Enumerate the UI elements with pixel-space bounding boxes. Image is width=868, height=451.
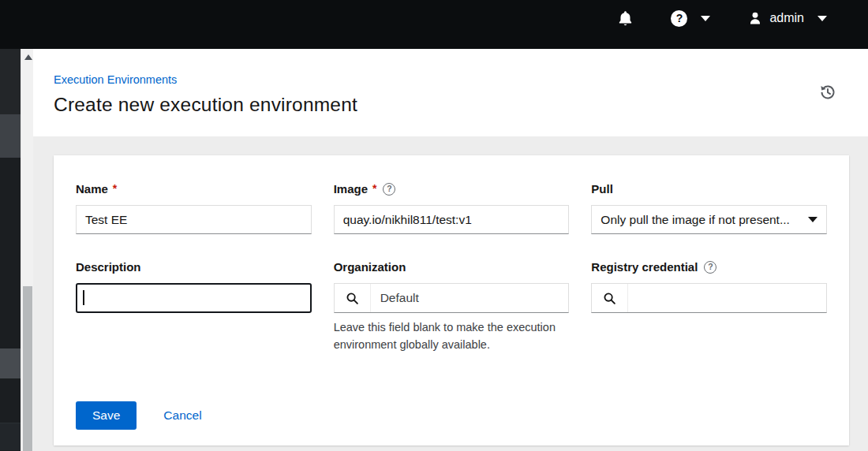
page-title: Create new execution environment (54, 94, 836, 116)
description-input[interactable] (76, 283, 312, 313)
pull-selected-value: Only pull the image if not present... (600, 213, 790, 227)
registry-credential-help-icon[interactable]: ? (704, 261, 716, 274)
field-image: Image * ? (334, 182, 570, 234)
sidebar-segment[interactable] (0, 49, 21, 114)
history-button[interactable] (819, 84, 836, 101)
user-menu-button[interactable]: admin (748, 11, 804, 25)
field-registry-credential: Registry credential ? (591, 260, 827, 354)
chevron-down-icon[interactable] (817, 16, 827, 21)
collapsed-sidebar[interactable] (0, 49, 21, 451)
history-icon (819, 84, 836, 101)
cancel-button[interactable]: Cancel (163, 408, 201, 423)
description-label: Description (76, 260, 141, 274)
save-button[interactable]: Save (76, 401, 137, 430)
text-cursor (76, 283, 312, 313)
vertical-scrollbar[interactable] (21, 49, 33, 451)
registry-credential-label: Registry credential (591, 260, 698, 274)
organization-lookup (334, 283, 570, 313)
select-caret-icon (808, 217, 817, 222)
scroll-up-arrow-icon[interactable] (24, 54, 32, 60)
chevron-down-icon[interactable] (701, 16, 710, 21)
search-icon (603, 292, 616, 305)
organization-input[interactable] (371, 284, 569, 312)
username-label: admin (769, 11, 804, 25)
form-card: Name * Image * ? Pull On (54, 155, 849, 445)
main-content: Execution Environments Create new execut… (33, 49, 868, 451)
field-pull: Pull Only pull the image if not present.… (591, 182, 827, 234)
execution-environment-form: Name * Image * ? Pull On (76, 182, 827, 354)
sidebar-segment-highlighted[interactable] (0, 348, 21, 378)
page-header: Execution Environments Create new execut… (33, 49, 868, 136)
field-organization: Organization Leave this field blank to m… (334, 260, 570, 354)
image-help-icon[interactable]: ? (383, 183, 395, 196)
search-icon (346, 292, 359, 305)
masthead-tools: ? admin (618, 10, 827, 27)
field-description: Description (76, 260, 312, 354)
required-asterisk: * (372, 182, 376, 195)
bell-icon (618, 10, 633, 27)
user-menu: admin (748, 11, 827, 25)
question-circle-icon: ? (671, 10, 687, 27)
organization-label: Organization (334, 260, 406, 274)
scrollbar-thumb[interactable] (23, 286, 32, 451)
field-name: Name * (76, 182, 312, 234)
name-label: Name (76, 182, 108, 196)
help-menu: ? (671, 10, 710, 27)
registry-credential-search-button[interactable] (592, 284, 628, 312)
sidebar-segment[interactable] (0, 423, 21, 450)
image-input[interactable] (334, 205, 570, 234)
image-label: Image (334, 182, 368, 196)
breadcrumb-execution-environments[interactable]: Execution Environments (54, 73, 177, 86)
organization-search-button[interactable] (335, 284, 371, 312)
masthead: ? admin (0, 0, 868, 49)
registry-credential-input[interactable] (628, 284, 826, 312)
sidebar-segment[interactable] (0, 378, 21, 423)
notifications-button[interactable] (618, 10, 633, 27)
help-button[interactable]: ? (671, 10, 687, 27)
sidebar-segment-highlighted[interactable] (0, 114, 21, 158)
sidebar-segment[interactable] (0, 158, 21, 348)
user-icon (748, 11, 762, 25)
registry-credential-lookup (591, 283, 827, 313)
name-input[interactable] (76, 205, 312, 234)
organization-helper-text: Leave this field blank to make the execu… (334, 319, 570, 354)
form-actions: Save Cancel (76, 401, 827, 430)
pull-select[interactable]: Only pull the image if not present... (591, 205, 827, 234)
required-asterisk: * (113, 182, 117, 195)
pull-label: Pull (591, 182, 613, 196)
